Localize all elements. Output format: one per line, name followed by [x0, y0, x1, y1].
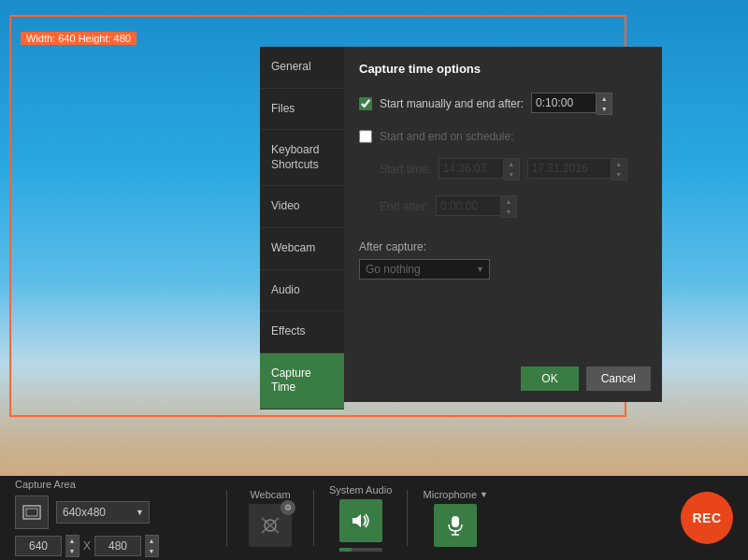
start-time-up: ▲ — [504, 159, 519, 169]
start-date-up: ▲ — [611, 159, 626, 169]
nav-files[interactable]: Files — [260, 89, 344, 131]
capture-area-label: Capture Area — [15, 479, 211, 490]
start-manual-label: Start manually and end after: — [380, 97, 524, 110]
after-capture-select[interactable]: Go nothing Exit application Sleep — [359, 259, 490, 280]
dim-controls: ▲ ▼ X ▲ ▼ — [15, 535, 211, 557]
end-after-input — [436, 195, 501, 216]
cancel-button[interactable]: Cancel — [586, 366, 651, 391]
end-after-arrows: ▲ ▼ — [501, 195, 517, 218]
webcam-settings-icon[interactable]: ⚙ — [280, 500, 295, 515]
start-time-spinner: ▲ ▼ — [439, 158, 520, 180]
start-date-input — [527, 158, 611, 179]
start-manual-checkbox[interactable] — [359, 97, 372, 110]
nav-effects[interactable]: Effects — [260, 311, 344, 353]
rec-button[interactable]: REC — [681, 492, 733, 544]
start-time-input — [439, 158, 504, 179]
end-after-down: ▼ — [501, 207, 516, 217]
start-time-down: ▼ — [504, 169, 519, 179]
after-capture-section: After capture: Go nothing Exit applicati… — [359, 240, 647, 280]
start-manual-row: Start manually and end after: ▲ ▼ — [359, 93, 647, 115]
divider-1 — [226, 490, 227, 546]
nav-keyboard-shortcuts[interactable]: Keyboard Shortcuts — [260, 130, 344, 186]
system-audio-label: System Audio — [329, 484, 392, 495]
start-time-row: Start time: ▲ ▼ ▲ ▼ — [359, 158, 647, 180]
settings-nav: General Files Keyboard Shortcuts Video W… — [260, 47, 344, 402]
end-after-row: End after: ▲ ▼ — [359, 195, 647, 218]
height-input[interactable] — [94, 536, 141, 556]
start-date-down: ▼ — [611, 169, 626, 179]
audio-level-bar — [339, 548, 382, 552]
nav-video[interactable]: Video — [260, 186, 344, 228]
time-arrows[interactable]: ▲ ▼ — [597, 93, 612, 115]
svg-marker-5 — [352, 514, 361, 527]
width-input[interactable] — [15, 536, 62, 556]
webcam-label: Webcam — [250, 489, 290, 500]
microphone-label: Microphone — [424, 489, 477, 500]
audio-level-fill — [339, 548, 352, 552]
mic-dropdown-arrow[interactable]: ▼ — [480, 490, 488, 499]
end-after-spinner: ▲ ▼ — [436, 195, 517, 218]
bottom-toolbar: Capture Area 640x480 1280x720 1920x1080 … — [0, 476, 748, 560]
capture-area-controls: 640x480 1280x720 1920x1080 — [15, 495, 211, 529]
settings-title: Capture time options — [359, 62, 647, 76]
start-time-arrows: ▲ ▼ — [504, 158, 520, 180]
capture-icon — [22, 505, 41, 520]
time-input[interactable] — [531, 93, 597, 113]
after-capture-select-wrapper[interactable]: Go nothing Exit application Sleep — [359, 259, 490, 280]
divider-3 — [407, 490, 408, 546]
mic-label-row: Microphone ▼ — [424, 489, 488, 500]
width-down[interactable]: ▼ — [65, 546, 79, 556]
ok-button[interactable]: OK — [521, 366, 578, 391]
audio-icon — [351, 511, 371, 530]
settings-content: Capture time options Start manually and … — [344, 47, 662, 402]
width-spinner[interactable]: ▲ ▼ — [65, 535, 79, 557]
nav-capture-time[interactable]: Capture Time — [260, 353, 344, 409]
webcam-icon — [260, 517, 280, 534]
start-schedule-label: Start and end on schedule: — [380, 130, 513, 143]
settings-panel: General Files Keyboard Shortcuts Video W… — [260, 47, 662, 402]
start-schedule-row: Start and end on schedule: — [359, 130, 647, 143]
end-after-up: ▲ — [501, 196, 516, 207]
system-audio-section: System Audio — [329, 484, 392, 552]
svg-rect-1 — [26, 509, 37, 516]
microphone-section: Microphone ▼ — [423, 489, 488, 547]
height-spinner[interactable]: ▲ ▼ — [145, 535, 159, 557]
nav-general[interactable]: General — [260, 47, 344, 89]
start-date-spinner: ▲ ▼ — [527, 158, 627, 180]
time-spinner[interactable]: ▲ ▼ — [531, 93, 612, 115]
height-up[interactable]: ▲ — [145, 536, 158, 546]
resolution-wrapper[interactable]: 640x480 1280x720 1920x1080 — [56, 501, 150, 524]
capture-area-section: Capture Area 640x480 1280x720 1920x1080 … — [15, 479, 211, 557]
start-date-arrows: ▲ ▼ — [611, 158, 627, 180]
nav-webcam[interactable]: Webcam — [260, 228, 344, 270]
height-down[interactable]: ▼ — [145, 546, 158, 556]
system-audio-button[interactable] — [339, 499, 382, 542]
divider-2 — [313, 490, 314, 546]
width-up[interactable]: ▲ — [65, 536, 79, 546]
start-schedule-checkbox[interactable] — [359, 130, 372, 143]
nav-audio[interactable]: Audio — [260, 270, 344, 312]
capture-icon-button[interactable] — [15, 495, 49, 529]
webcam-section: Webcam ⚙ — [242, 489, 298, 547]
resolution-select[interactable]: 640x480 1280x720 1920x1080 — [56, 501, 150, 524]
start-time-label: Start time: — [380, 163, 431, 176]
x-label: X — [83, 539, 91, 553]
mic-icon — [448, 515, 463, 536]
buttons-row: OK Cancel — [521, 366, 651, 391]
time-down[interactable]: ▼ — [597, 104, 611, 114]
end-after-label: End after: — [380, 200, 428, 213]
after-capture-label: After capture: — [359, 240, 647, 253]
microphone-button[interactable] — [434, 504, 477, 547]
svg-rect-6 — [452, 516, 459, 527]
time-up[interactable]: ▲ — [597, 93, 611, 104]
